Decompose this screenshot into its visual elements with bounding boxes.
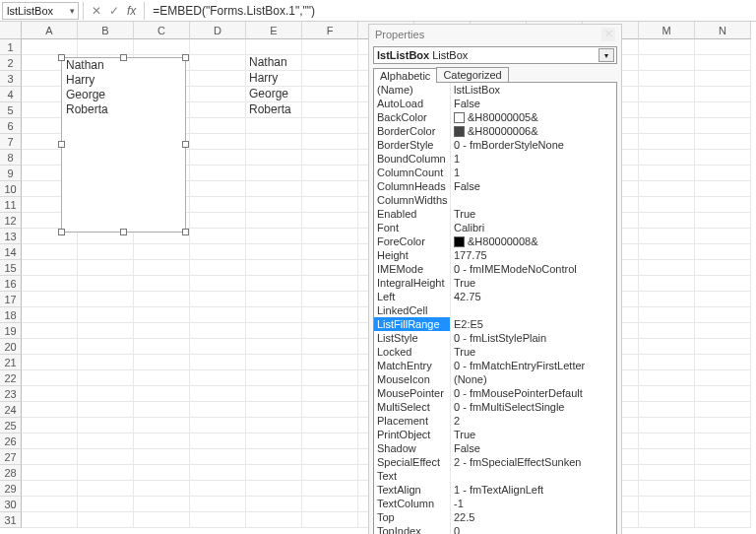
property-row[interactable]: Height177.75 [374, 248, 616, 262]
property-row[interactable]: BorderStyle0 - fmBorderStyleNone [374, 138, 616, 152]
cell[interactable] [190, 465, 246, 481]
property-row[interactable]: TextColumn-1 [374, 497, 616, 510]
row-header[interactable]: 20 [0, 339, 22, 355]
property-value[interactable]: 1 - fmTextAlignLeft [451, 483, 616, 497]
property-row[interactable]: (Name)lstListBox [374, 83, 616, 97]
cell[interactable] [639, 370, 695, 386]
resize-handle[interactable] [182, 141, 189, 148]
cell[interactable] [246, 276, 302, 292]
cell[interactable] [78, 512, 134, 528]
cell[interactable] [78, 402, 134, 418]
row-header[interactable]: 28 [0, 465, 22, 481]
cell[interactable] [190, 150, 246, 166]
resize-handle[interactable] [58, 54, 65, 61]
row-header[interactable]: 26 [0, 434, 22, 449]
cell[interactable] [695, 71, 751, 87]
listbox-item[interactable]: Roberta [62, 102, 185, 117]
cell[interactable] [190, 497, 246, 512]
cell[interactable] [302, 87, 358, 102]
cell[interactable] [78, 386, 134, 402]
cell[interactable] [695, 55, 751, 71]
resize-handle[interactable] [182, 229, 189, 235]
cell[interactable] [22, 434, 78, 449]
property-value[interactable]: 0 [451, 524, 616, 534]
cell[interactable] [246, 465, 302, 481]
cell[interactable] [246, 260, 302, 276]
cell[interactable] [695, 465, 751, 481]
property-row[interactable]: Placement2 [374, 414, 616, 428]
cell[interactable] [246, 181, 302, 197]
cell[interactable] [639, 87, 695, 102]
cell[interactable] [190, 213, 246, 229]
cell[interactable] [639, 150, 695, 166]
property-row[interactable]: ForeColor&H80000008& [374, 234, 616, 248]
cell[interactable] [22, 418, 78, 434]
cell[interactable] [78, 418, 134, 434]
property-value[interactable]: 0 - fmMousePointerDefault [451, 386, 616, 400]
row-header[interactable]: 24 [0, 402, 22, 418]
row-header[interactable]: 27 [0, 449, 22, 465]
property-value[interactable]: E2:E5 [451, 317, 616, 331]
cell[interactable] [190, 260, 246, 276]
cell[interactable] [302, 276, 358, 292]
cell[interactable] [22, 370, 78, 386]
cell[interactable] [695, 213, 751, 229]
cell[interactable] [246, 307, 302, 323]
cell[interactable] [190, 134, 246, 150]
column-header[interactable]: N [695, 22, 751, 39]
property-row[interactable]: ShadowFalse [374, 441, 616, 455]
cell[interactable] [190, 449, 246, 465]
cell[interactable] [695, 39, 751, 55]
property-row[interactable]: ListStyle0 - fmListStylePlain [374, 331, 616, 345]
cell[interactable] [78, 434, 134, 449]
cell[interactable] [302, 166, 358, 181]
cell[interactable] [639, 55, 695, 71]
property-row[interactable]: TopIndex0 [374, 524, 616, 534]
cell[interactable] [22, 497, 78, 512]
cell[interactable] [134, 39, 190, 55]
cell[interactable] [78, 39, 134, 55]
property-value[interactable]: False [451, 97, 616, 110]
cell[interactable] [190, 481, 246, 497]
cell[interactable] [695, 150, 751, 166]
chevron-down-icon[interactable]: ▾ [598, 48, 614, 62]
fx-icon[interactable]: fx [127, 4, 136, 18]
cell[interactable] [78, 497, 134, 512]
property-row[interactable]: MatchEntry0 - fmMatchEntryFirstLetter [374, 359, 616, 372]
cell[interactable] [190, 55, 246, 71]
column-header[interactable]: A [22, 22, 78, 39]
cell[interactable] [639, 402, 695, 418]
cell[interactable] [302, 323, 358, 339]
cell[interactable] [302, 481, 358, 497]
row-header[interactable]: 6 [0, 118, 22, 134]
cell[interactable] [78, 465, 134, 481]
cell[interactable] [695, 386, 751, 402]
row-header[interactable]: 21 [0, 355, 22, 370]
cell[interactable] [639, 229, 695, 244]
cell[interactable] [639, 512, 695, 528]
row-header[interactable]: 9 [0, 166, 22, 181]
cell[interactable] [190, 307, 246, 323]
cell[interactable] [190, 102, 246, 118]
property-row[interactable]: BackColor&H80000005& [374, 110, 616, 124]
cell[interactable] [190, 197, 246, 213]
column-header[interactable]: F [302, 22, 358, 39]
cell[interactable] [302, 434, 358, 449]
property-value[interactable]: 0 - fmMatchEntryFirstLetter [451, 359, 616, 372]
cell[interactable] [302, 339, 358, 355]
tab-categorized[interactable]: Categorized [436, 67, 508, 82]
cell[interactable] [246, 402, 302, 418]
cell[interactable] [302, 260, 358, 276]
cell[interactable] [134, 402, 190, 418]
cell[interactable] [639, 465, 695, 481]
property-value[interactable]: 42.75 [451, 290, 616, 303]
cell[interactable] [134, 386, 190, 402]
row-header[interactable]: 7 [0, 134, 22, 150]
cell[interactable] [695, 497, 751, 512]
property-row[interactable]: BoundColumn1 [374, 152, 616, 166]
property-value[interactable] [451, 303, 616, 317]
row-header[interactable]: 18 [0, 307, 22, 323]
cell[interactable] [695, 87, 751, 102]
cell[interactable] [639, 197, 695, 213]
cell[interactable] [695, 323, 751, 339]
